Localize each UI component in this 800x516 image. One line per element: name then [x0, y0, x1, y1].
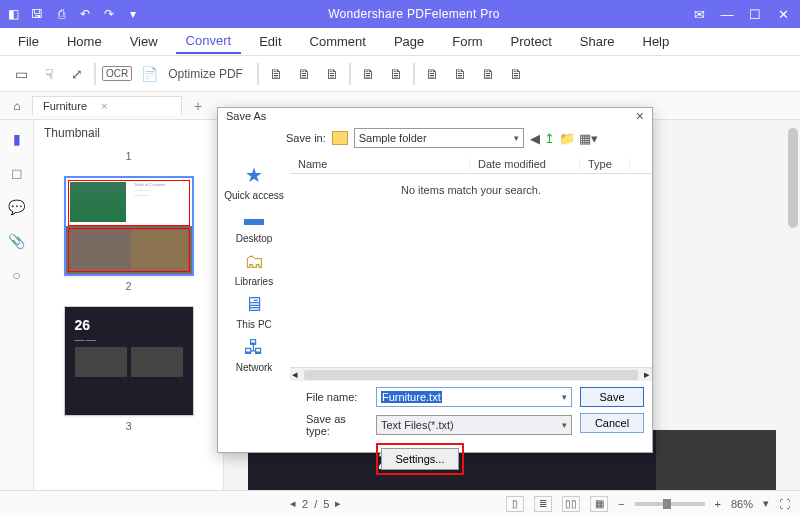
convert-word-icon[interactable]: 🗎: [265, 63, 287, 85]
menu-view[interactable]: View: [120, 30, 168, 53]
optimize-icon[interactable]: 📄: [138, 63, 160, 85]
print-icon[interactable]: ⎙: [52, 5, 70, 23]
select-tool-icon[interactable]: ▭: [10, 63, 32, 85]
hand-tool-icon[interactable]: ☟: [38, 63, 60, 85]
search-panel-icon[interactable]: ○: [8, 266, 26, 284]
page-current: 2: [302, 498, 308, 510]
redo-icon[interactable]: ↷: [100, 5, 118, 23]
view-grid-icon[interactable]: ▦: [590, 496, 608, 512]
convert-html-icon[interactable]: 🗎: [449, 63, 471, 85]
view-double-icon[interactable]: ▯▯: [562, 496, 580, 512]
page-total: 5: [323, 498, 329, 510]
statusbar: ◂ 2 / 5 ▸ ▯ ≣ ▯▯ ▦ − + 86% ▾ ⛶: [0, 490, 800, 516]
undo-icon[interactable]: ↶: [76, 5, 94, 23]
thumbnail-page-2[interactable]: Table of Contents— — —— — —: [64, 176, 194, 276]
menu-home[interactable]: Home: [57, 30, 112, 53]
mail-icon[interactable]: ✉: [686, 4, 712, 24]
home-tab-icon[interactable]: ⌂: [6, 99, 28, 113]
attachment-panel-icon[interactable]: 📎: [8, 232, 26, 250]
zoom-value: 86%: [731, 498, 753, 510]
place-this-pc[interactable]: 🖥This PC: [236, 291, 272, 330]
tab-close-icon[interactable]: ×: [101, 100, 107, 112]
dialog-title: Save As: [226, 110, 266, 122]
scroll-right-icon[interactable]: ▸: [644, 368, 650, 381]
empty-message: No items match your search.: [290, 174, 652, 367]
convert-image-icon[interactable]: 🗎: [357, 63, 379, 85]
scroll-left-icon[interactable]: ◂: [292, 368, 298, 381]
menu-convert[interactable]: Convert: [176, 29, 242, 54]
bookmark-panel-icon[interactable]: ◻: [8, 164, 26, 182]
filename-input[interactable]: Furniture.txt ▾: [376, 387, 572, 407]
col-name[interactable]: Name: [290, 158, 470, 170]
cancel-button[interactable]: Cancel: [580, 413, 644, 433]
menu-comment[interactable]: Comment: [300, 30, 376, 53]
zoom-tool-icon[interactable]: ⤢: [66, 63, 88, 85]
zoom-in-icon[interactable]: +: [715, 498, 721, 510]
view-menu-icon[interactable]: ▦▾: [579, 131, 598, 146]
zoom-dropdown-icon[interactable]: ▾: [763, 497, 769, 510]
separator: [257, 63, 259, 85]
convert-ppt-icon[interactable]: 🗎: [321, 63, 343, 85]
menubar: File Home View Convert Edit Comment Page…: [0, 28, 800, 56]
thumbnail-header: Thumbnail: [34, 120, 223, 146]
titlebar-dropdown-icon[interactable]: ▾: [124, 5, 142, 23]
menu-protect[interactable]: Protect: [501, 30, 562, 53]
place-libraries[interactable]: 🗂Libraries: [235, 248, 273, 287]
minimize-button[interactable]: —: [714, 4, 740, 24]
col-type[interactable]: Type: [580, 158, 630, 170]
convert-text-icon[interactable]: 🗎: [385, 63, 407, 85]
separator: [349, 63, 351, 85]
prev-page-icon[interactable]: ◂: [290, 497, 296, 510]
thumbnail-panel-icon[interactable]: ▮: [8, 130, 26, 148]
savetype-label: Save as type:: [306, 413, 368, 437]
thumbnail-page-3[interactable]: 26 —— ——: [64, 306, 194, 416]
up-icon[interactable]: ↥: [544, 131, 555, 146]
maximize-button[interactable]: ☐: [742, 4, 768, 24]
doc-image: [656, 430, 776, 490]
menu-form[interactable]: Form: [442, 30, 492, 53]
page-num-1: 1: [52, 150, 205, 162]
file-list[interactable]: Name Date modified Type No items match y…: [290, 154, 652, 381]
menu-edit[interactable]: Edit: [249, 30, 291, 53]
savein-combo[interactable]: Sample folder ▾: [354, 128, 524, 148]
place-desktop[interactable]: ▬Desktop: [236, 205, 273, 244]
page-num-3: 3: [52, 420, 205, 432]
next-page-icon[interactable]: ▸: [335, 497, 341, 510]
place-quick-access[interactable]: ★Quick access: [224, 162, 283, 201]
convert-rtf-icon[interactable]: 🗎: [477, 63, 499, 85]
convert-other-icon[interactable]: 🗎: [505, 63, 527, 85]
ocr-button[interactable]: OCR: [102, 66, 132, 81]
settings-button[interactable]: Settings...: [381, 448, 459, 470]
fullscreen-icon[interactable]: ⛶: [779, 498, 790, 510]
places-bar: ★Quick access ▬Desktop 🗂Libraries 🖥This …: [218, 154, 290, 381]
app-logo-icon: ◧: [4, 5, 22, 23]
view-cont-icon[interactable]: ≣: [534, 496, 552, 512]
comment-panel-icon[interactable]: 💬: [8, 198, 26, 216]
menu-file[interactable]: File: [8, 30, 49, 53]
close-button[interactable]: ✕: [770, 4, 796, 24]
save-button[interactable]: Save: [580, 387, 644, 407]
back-icon[interactable]: ◀: [530, 131, 540, 146]
menu-share[interactable]: Share: [570, 30, 625, 53]
convert-excel-icon[interactable]: 🗎: [293, 63, 315, 85]
savetype-value: Text Files(*.txt): [381, 419, 454, 431]
place-network[interactable]: 🖧Network: [236, 334, 273, 373]
vertical-scrollbar[interactable]: [788, 128, 798, 228]
document-tab[interactable]: Furniture ×: [32, 96, 182, 115]
sidebar: ▮ ◻ 💬 📎 ○: [0, 120, 34, 490]
menu-page[interactable]: Page: [384, 30, 434, 53]
filename-value: Furniture.txt: [381, 391, 442, 403]
zoom-slider[interactable]: [635, 502, 705, 506]
horizontal-scrollbar[interactable]: ◂ ▸: [290, 367, 652, 381]
dialog-close-button[interactable]: ×: [636, 108, 644, 124]
savetype-combo[interactable]: Text Files(*.txt) ▾: [376, 415, 572, 435]
col-date[interactable]: Date modified: [470, 158, 580, 170]
new-tab-button[interactable]: +: [186, 98, 210, 114]
view-single-icon[interactable]: ▯: [506, 496, 524, 512]
zoom-out-icon[interactable]: −: [618, 498, 624, 510]
optimize-label[interactable]: Optimize PDF: [168, 67, 243, 81]
menu-help[interactable]: Help: [633, 30, 680, 53]
save-icon[interactable]: 🖫: [28, 5, 46, 23]
new-folder-icon[interactable]: 📁: [559, 131, 575, 146]
convert-epub-icon[interactable]: 🗎: [421, 63, 443, 85]
